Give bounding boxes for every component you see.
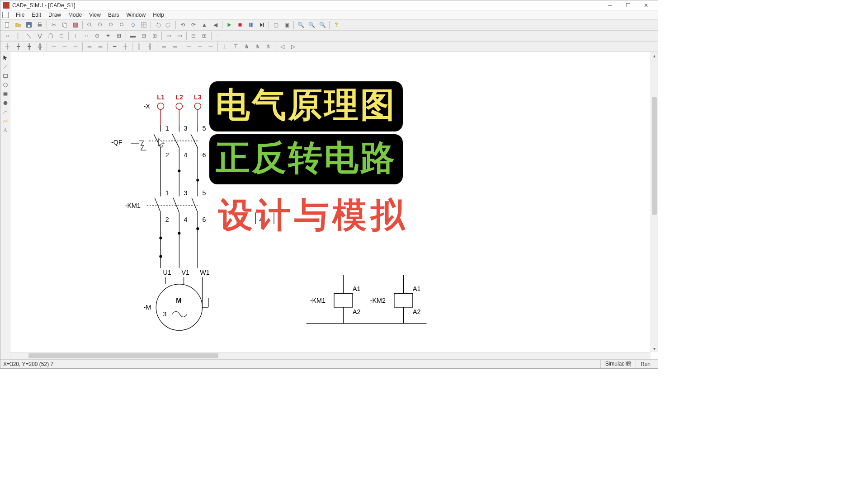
comp-1[interactable]: ○ <box>2 31 12 40</box>
wire-13[interactable]: ╢ <box>145 42 155 51</box>
wire-3[interactable]: ╋ <box>24 42 34 51</box>
doc-icon[interactable] <box>2 12 9 18</box>
line-tool[interactable] <box>1 63 9 71</box>
comp-11[interactable]: ⊞ <box>114 31 124 40</box>
print-button[interactable] <box>35 20 45 29</box>
minimize-button[interactable]: ─ <box>601 1 619 10</box>
tool-b-button[interactable]: ▣ <box>282 20 292 29</box>
menu-bars[interactable]: Bars <box>104 12 123 18</box>
comp-8[interactable]: ↔ <box>81 31 91 40</box>
paste-button[interactable] <box>71 20 80 29</box>
comp-4[interactable]: ⋁ <box>35 31 45 40</box>
menu-file[interactable]: File <box>12 12 28 18</box>
wire-10[interactable]: ━ <box>109 42 119 51</box>
rect-tool[interactable] <box>1 72 9 80</box>
menu-edit[interactable]: Edit <box>28 12 45 18</box>
wire-22[interactable]: ⋔ <box>252 42 262 51</box>
wire-19[interactable]: ⊥ <box>220 42 230 51</box>
wire-8[interactable]: ═ <box>85 42 94 51</box>
wire-9[interactable]: ═ <box>95 42 105 51</box>
wire-7[interactable]: ─ <box>71 42 80 51</box>
wire-24[interactable]: ◁ <box>277 42 287 51</box>
tool-a-button[interactable]: ▢ <box>271 20 281 29</box>
mirror-h-button[interactable]: ▲ <box>199 20 209 29</box>
wire-25[interactable]: ▷ <box>288 42 298 51</box>
rotate-left-button[interactable]: ⟲ <box>178 20 188 29</box>
zoom2-in-button[interactable]: 🔍 <box>296 20 306 29</box>
horizontal-scrollbar[interactable] <box>10 352 651 359</box>
wire-2[interactable]: ┿ <box>13 42 23 51</box>
canvas-area[interactable]: L1 L2 L3 -X 1 3 5 <box>10 52 658 359</box>
play-button[interactable] <box>224 20 234 29</box>
copy-button[interactable] <box>60 20 70 29</box>
hscroll-thumb[interactable] <box>28 353 218 358</box>
menu-view[interactable]: View <box>85 12 104 18</box>
refresh-button[interactable] <box>128 20 138 29</box>
comp-6[interactable]: □ <box>57 31 66 40</box>
menu-help[interactable]: Help <box>149 12 168 18</box>
polyline-tool[interactable] <box>1 117 9 125</box>
mirror-v-button[interactable]: ◀ <box>210 20 220 29</box>
close-button[interactable]: ✕ <box>637 1 655 10</box>
vertical-scrollbar[interactable]: ▴ ▾ <box>651 52 658 352</box>
new-button[interactable] <box>2 20 12 29</box>
pointer-tool[interactable] <box>1 54 9 62</box>
comp-7[interactable]: ↕ <box>71 31 80 40</box>
wire-17[interactable]: ─ <box>195 42 205 51</box>
scroll-up-icon[interactable]: ▴ <box>651 52 658 59</box>
open-button[interactable] <box>13 20 23 29</box>
stop-button[interactable] <box>235 20 245 29</box>
circle-tool[interactable] <box>1 81 9 89</box>
maximize-button[interactable]: ☐ <box>619 1 637 10</box>
pause-button[interactable] <box>246 20 256 29</box>
menu-window[interactable]: Window <box>123 12 150 18</box>
wire-14[interactable]: ═ <box>159 42 169 51</box>
save-button[interactable] <box>24 20 34 29</box>
comp-2[interactable]: │ <box>13 31 23 40</box>
fillrect-tool[interactable] <box>1 90 9 98</box>
wire-11[interactable]: ┼ <box>120 42 130 51</box>
scroll-down-icon[interactable]: ▾ <box>651 345 658 352</box>
zoom-in-button[interactable] <box>85 20 94 29</box>
redo-button[interactable] <box>164 20 174 29</box>
wire-6[interactable]: ─ <box>60 42 70 51</box>
vscroll-thumb[interactable] <box>652 97 657 215</box>
step-button[interactable] <box>257 20 267 29</box>
comp-17[interactable]: ⊟ <box>189 31 198 40</box>
wire-4[interactable]: ╬ <box>35 42 45 51</box>
comp-19[interactable]: ─ <box>213 31 223 40</box>
menu-draw[interactable]: Draw <box>45 12 65 18</box>
wire-21[interactable]: ⋔ <box>241 42 251 51</box>
zoom-fit-button[interactable] <box>117 20 127 29</box>
wire-18[interactable]: ─ <box>206 42 216 51</box>
zoom2-fit-button[interactable]: 🔍 <box>317 20 327 29</box>
wire-1[interactable]: ┼ <box>2 42 12 51</box>
comp-18[interactable]: ⊞ <box>199 31 209 40</box>
comp-9[interactable]: ⊙ <box>92 31 102 40</box>
grid-button[interactable] <box>139 20 149 29</box>
wire-20[interactable]: ⊤ <box>231 42 241 51</box>
wire-5[interactable]: ─ <box>49 42 59 51</box>
menu-mode[interactable]: Mode <box>65 12 85 18</box>
arc-tool[interactable] <box>1 108 9 116</box>
wire-15[interactable]: ═ <box>170 42 180 51</box>
zoom-window-button[interactable] <box>106 20 116 29</box>
comp-13[interactable]: ⊟ <box>139 31 149 40</box>
wire-16[interactable]: ─ <box>184 42 194 51</box>
comp-15[interactable]: ▭ <box>164 31 174 40</box>
zoom-out-button[interactable] <box>95 20 105 29</box>
wire-12[interactable]: ║ <box>134 42 144 51</box>
undo-button[interactable] <box>153 20 163 29</box>
comp-3[interactable]: ＼ <box>24 31 34 40</box>
comp-5[interactable]: ⋂ <box>46 31 56 40</box>
comp-16[interactable]: ▭ <box>175 31 184 40</box>
cut-button[interactable]: ✂ <box>49 20 59 29</box>
zoom2-out-button[interactable]: 🔍 <box>307 20 316 29</box>
fillcircle-tool[interactable] <box>1 99 9 107</box>
comp-10[interactable]: ✦ <box>103 31 113 40</box>
rotate-right-button[interactable]: ⟳ <box>189 20 198 29</box>
wire-23[interactable]: ⋔ <box>263 42 273 51</box>
comp-12[interactable]: ▬ <box>128 31 138 40</box>
text-tool[interactable]: A <box>1 126 9 134</box>
help-button[interactable]: ? <box>331 20 341 29</box>
